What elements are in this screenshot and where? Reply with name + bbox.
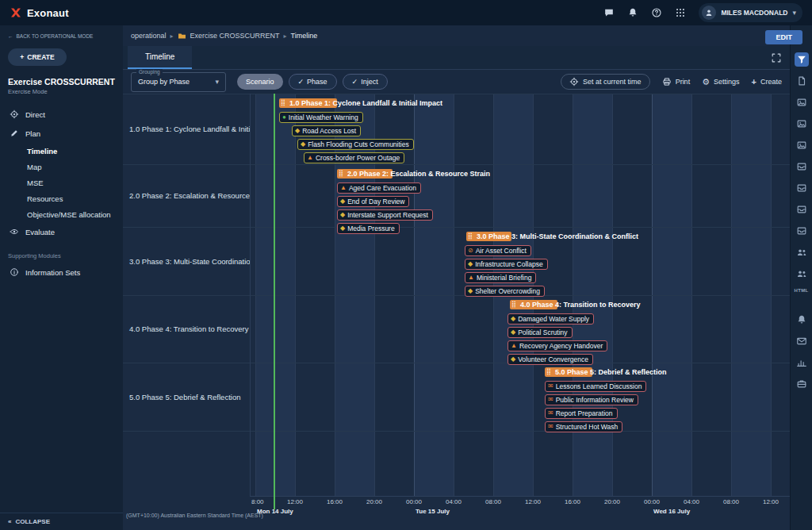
- inject-item[interactable]: ◆Interstate Support Request: [337, 209, 433, 221]
- phase-bar[interactable]: ⣿4.0 Phase 4: Transition to Recovery: [510, 300, 557, 309]
- axis-tick-label: 04:00: [446, 498, 462, 505]
- apps-grid-icon[interactable]: [675, 7, 686, 18]
- fullscreen-icon[interactable]: [771, 52, 782, 63]
- axis-tick-label: 16:00: [327, 498, 343, 505]
- inject-item[interactable]: ▲Ministerial Briefing: [465, 272, 536, 283]
- print-button[interactable]: Print: [662, 77, 691, 86]
- settings-button[interactable]: ⚙ Settings: [702, 78, 739, 86]
- document-icon[interactable]: [795, 74, 809, 88]
- inject-item[interactable]: ◆Road Access Lost: [292, 125, 361, 136]
- inject-item[interactable]: ▲Recovery Agency Handover: [508, 340, 607, 351]
- phase-bar[interactable]: ⣿2.0 Phase 2: Escalation & Resource Stra…: [337, 169, 393, 179]
- inject-item[interactable]: ▲Aged Care Evacuation: [337, 182, 421, 194]
- archive-tray-2-icon[interactable]: [795, 181, 809, 195]
- inject-item-label: Road Access Lost: [302, 127, 356, 135]
- inject-item[interactable]: ✉Report Preparation: [545, 408, 618, 419]
- inject-item[interactable]: ●Initial Weather Warning: [279, 112, 363, 123]
- html-icon[interactable]: HTML: [795, 288, 809, 293]
- create-button-sidebar[interactable]: + CREATE: [8, 48, 67, 66]
- diamond-icon: ◆: [511, 356, 515, 363]
- chip-inject[interactable]: ✓Inject: [343, 74, 388, 90]
- archive-tray-icon[interactable]: [795, 159, 809, 174]
- inject-item[interactable]: ◆Infrastructure Collapse: [465, 259, 548, 270]
- tab-timeline[interactable]: Timeline: [128, 46, 192, 69]
- sidebar-item-timeline[interactable]: Timeline: [0, 143, 123, 159]
- work-items-icon[interactable]: [795, 377, 809, 391]
- sidebar-item-objective-mse-allocation[interactable]: Objective/MSE allocation: [0, 206, 123, 222]
- inject-item[interactable]: ◆End of Day Review: [337, 196, 409, 207]
- dot-icon: ●: [282, 114, 286, 121]
- collapse-button[interactable]: « COLLAPSE: [0, 513, 123, 530]
- inject-item[interactable]: ✉Lessons Learned Discussion: [545, 381, 646, 392]
- sidebar-item-label: Evaluate: [25, 228, 55, 236]
- sidebar-item-map[interactable]: Map: [0, 159, 123, 175]
- filter-icon[interactable]: [795, 52, 809, 67]
- phase-row-label: 1.0 Phase 1: Cyclone Landfall & Initia..…: [123, 94, 250, 164]
- media-card-3-icon[interactable]: [795, 138, 809, 152]
- breadcrumb-exercise[interactable]: Exercise CROSSCURRENT: [190, 32, 280, 40]
- inject-item[interactable]: ◆Volunteer Convergence: [508, 354, 593, 365]
- edit-button[interactable]: EDIT: [765, 30, 802, 44]
- media-card-2-icon[interactable]: [795, 117, 809, 131]
- chat-icon[interactable]: [603, 7, 615, 18]
- app-logo: Exonaut: [10, 6, 69, 19]
- inject-item[interactable]: ◆Media Pressure: [337, 223, 400, 234]
- sidebar-item-direct[interactable]: Direct: [0, 105, 123, 124]
- user-menu[interactable]: MILES MACDONALD ▾: [699, 3, 802, 22]
- inject-item-label: Lessons Learned Discussion: [556, 382, 642, 390]
- timeline-row-labels: 1.0 Phase 1: Cyclone Landfall & Initia..…: [123, 94, 250, 530]
- chip-phase[interactable]: ✓Phase: [289, 74, 337, 90]
- right-rail: HTML: [790, 25, 812, 530]
- set-current-time-button[interactable]: Set at current time: [561, 74, 650, 90]
- inject-item[interactable]: ✉Structured Hot Wash: [545, 421, 622, 432]
- inject-item[interactable]: ⊘Air Asset Conflict: [465, 245, 531, 256]
- create-button[interactable]: + Create: [752, 77, 782, 86]
- group-icon[interactable]: [795, 245, 809, 259]
- sidebar-item-plan[interactable]: Plan: [0, 124, 123, 143]
- inject-item-label: Infrastructure Collapse: [475, 260, 543, 268]
- grouping-select[interactable]: Grouping Group by Phase ▾: [131, 72, 226, 92]
- sidebar-supporting: Information Sets: [0, 263, 123, 282]
- label-column-divider: [250, 94, 251, 496]
- phase-bar[interactable]: ⣿5.0 Phase 5: Debrief & Reflection: [545, 367, 592, 377]
- group-2-icon[interactable]: [795, 267, 809, 281]
- inject-item[interactable]: ✉Public Information Review: [545, 394, 638, 405]
- inject-item-label: Flash Flooding Cuts Communities: [308, 140, 409, 148]
- inject-item[interactable]: ◆Flash Flooding Cuts Communities: [297, 139, 414, 150]
- phase-bar[interactable]: ⣿1.0 Phase 1: Cyclone Landfall & Initial…: [279, 98, 337, 108]
- phase-bar[interactable]: ⣿3.0 Phase 3: Multi-State Coordination &…: [466, 232, 511, 241]
- mail-icon[interactable]: [795, 334, 809, 348]
- sidebar-item-information-sets[interactable]: Information Sets: [0, 263, 123, 282]
- diamond-icon: ◆: [295, 128, 300, 134]
- sidebar-item-label: Information Sets: [25, 268, 80, 277]
- notifications-icon[interactable]: [627, 7, 638, 18]
- sidebar-item-mse[interactable]: MSE: [0, 175, 123, 190]
- archive-tray-3-icon[interactable]: [795, 202, 809, 217]
- archive-tray-4-icon[interactable]: [795, 224, 809, 238]
- eye-icon: [10, 227, 19, 236]
- inject-item-label: Media Pressure: [347, 225, 395, 232]
- inject-item-label: Initial Weather Warning: [289, 113, 358, 121]
- phase-row-label: 5.0 Phase 5: Debrief & Reflection: [123, 363, 250, 431]
- target-icon: [10, 109, 19, 119]
- inject-item[interactable]: ◆Political Scrutiny: [508, 327, 573, 338]
- chart-icon[interactable]: [795, 355, 809, 370]
- drag-handle-icon: ⣿: [546, 367, 551, 377]
- drag-handle-icon: ⣿: [339, 169, 343, 179]
- inject-item-label: Volunteer Convergence: [518, 355, 588, 363]
- help-icon[interactable]: [651, 7, 662, 18]
- inject-item-label: Public Information Review: [556, 396, 634, 404]
- inject-item[interactable]: ▲Cross-border Power Outage: [304, 152, 404, 163]
- sidebar-item-evaluate[interactable]: Evaluate: [0, 222, 123, 241]
- notifications-icon[interactable]: [795, 313, 809, 327]
- sidebar-item-resources[interactable]: Resources: [0, 190, 123, 206]
- chip-scenario[interactable]: Scenario: [237, 74, 283, 90]
- diamond-icon: ◆: [340, 212, 345, 218]
- media-card-icon[interactable]: [795, 95, 809, 109]
- inject-item[interactable]: ◆Damaged Water Supply: [508, 313, 594, 325]
- inject-item-label: Damaged Water Supply: [518, 315, 589, 323]
- back-to-operational-link[interactable]: ← BACK TO OPERATIONAL MODE: [0, 25, 123, 42]
- inject-item[interactable]: ◆Shelter Overcrowding: [465, 286, 545, 297]
- breadcrumb-operational[interactable]: operational: [131, 32, 167, 40]
- phase-bar-label: 1.0 Phase 1: Cyclone Landfall & Initial …: [289, 98, 442, 108]
